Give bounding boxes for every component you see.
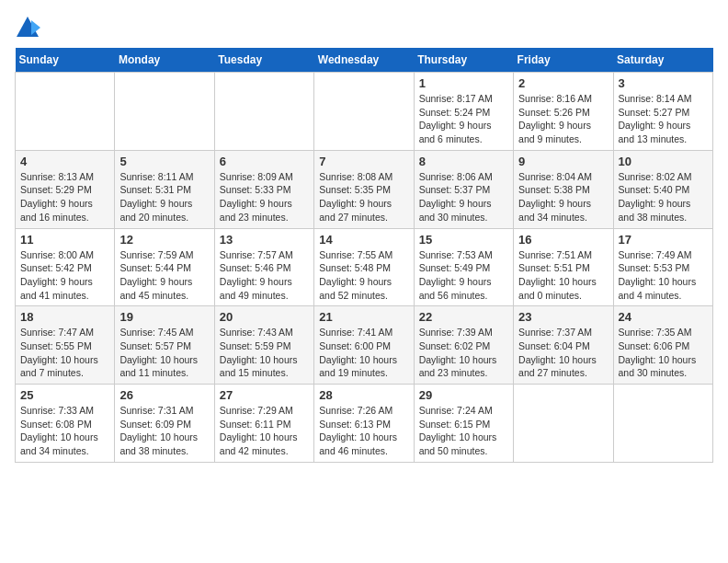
day-number: 9 xyxy=(518,155,608,168)
day-number: 17 xyxy=(619,233,708,247)
day-number: 10 xyxy=(619,155,708,168)
calendar-cell: 15Sunrise: 7:53 AM Sunset: 5:49 PM Dayli… xyxy=(414,228,513,306)
day-number: 18 xyxy=(20,310,109,324)
logo-icon xyxy=(15,15,40,40)
calendar-cell: 4Sunrise: 8:13 AM Sunset: 5:29 PM Daylig… xyxy=(16,150,115,228)
day-number: 15 xyxy=(419,233,508,247)
day-number: 22 xyxy=(419,310,508,324)
calendar-cell: 17Sunrise: 7:49 AM Sunset: 5:53 PM Dayli… xyxy=(613,228,712,306)
calendar-cell xyxy=(613,385,712,463)
day-info: Sunrise: 7:31 AM Sunset: 6:09 PM Dayligh… xyxy=(119,404,209,458)
calendar-week-1: 4Sunrise: 8:13 AM Sunset: 5:29 PM Daylig… xyxy=(16,150,713,228)
day-number: 5 xyxy=(119,155,209,168)
day-number: 1 xyxy=(419,76,508,90)
day-number: 7 xyxy=(319,155,408,168)
day-info: Sunrise: 8:14 AM Sunset: 5:27 PM Dayligh… xyxy=(619,92,708,146)
calendar-cell: 25Sunrise: 7:33 AM Sunset: 6:08 PM Dayli… xyxy=(16,385,115,463)
calendar-cell: 26Sunrise: 7:31 AM Sunset: 6:09 PM Dayli… xyxy=(115,385,214,463)
calendar-cell: 28Sunrise: 7:26 AM Sunset: 6:13 PM Dayli… xyxy=(314,385,414,463)
calendar-cell: 6Sunrise: 8:09 AM Sunset: 5:33 PM Daylig… xyxy=(214,150,313,228)
calendar-cell: 12Sunrise: 7:59 AM Sunset: 5:44 PM Dayli… xyxy=(115,228,214,306)
day-info: Sunrise: 7:45 AM Sunset: 5:57 PM Dayligh… xyxy=(119,326,209,380)
day-header-sunday: Sunday xyxy=(16,48,115,73)
day-number: 28 xyxy=(319,388,408,402)
day-info: Sunrise: 7:24 AM Sunset: 6:15 PM Dayligh… xyxy=(419,404,508,458)
day-header-tuesday: Tuesday xyxy=(214,48,313,73)
calendar-cell: 1Sunrise: 8:17 AM Sunset: 5:24 PM Daylig… xyxy=(414,73,513,151)
day-info: Sunrise: 8:02 AM Sunset: 5:40 PM Dayligh… xyxy=(619,170,708,224)
day-number: 3 xyxy=(619,76,708,90)
calendar-cell: 29Sunrise: 7:24 AM Sunset: 6:15 PM Dayli… xyxy=(414,385,513,463)
calendar-cell xyxy=(514,385,613,463)
day-info: Sunrise: 7:55 AM Sunset: 5:48 PM Dayligh… xyxy=(319,248,408,303)
day-info: Sunrise: 7:33 AM Sunset: 6:08 PM Dayligh… xyxy=(20,404,109,458)
calendar-week-3: 18Sunrise: 7:47 AM Sunset: 5:55 PM Dayli… xyxy=(16,306,713,385)
calendar-cell xyxy=(115,73,214,151)
calendar-cell: 9Sunrise: 8:04 AM Sunset: 5:38 PM Daylig… xyxy=(514,150,613,228)
day-number: 13 xyxy=(220,233,309,247)
calendar-cell: 27Sunrise: 7:29 AM Sunset: 6:11 PM Dayli… xyxy=(214,385,313,463)
day-header-saturday: Saturday xyxy=(613,48,712,73)
day-info: Sunrise: 7:43 AM Sunset: 5:59 PM Dayligh… xyxy=(220,326,309,380)
day-info: Sunrise: 7:26 AM Sunset: 6:13 PM Dayligh… xyxy=(319,404,408,458)
day-info: Sunrise: 8:00 AM Sunset: 5:42 PM Dayligh… xyxy=(20,248,109,303)
day-info: Sunrise: 7:51 AM Sunset: 5:51 PM Dayligh… xyxy=(518,248,608,303)
day-number: 24 xyxy=(619,310,708,324)
day-info: Sunrise: 7:47 AM Sunset: 5:55 PM Dayligh… xyxy=(20,326,109,380)
day-info: Sunrise: 8:08 AM Sunset: 5:35 PM Dayligh… xyxy=(319,170,408,224)
header-row: SundayMondayTuesdayWednesdayThursdayFrid… xyxy=(16,48,713,73)
day-number: 4 xyxy=(20,155,109,168)
calendar-table: SundayMondayTuesdayWednesdayThursdayFrid… xyxy=(15,48,713,463)
day-info: Sunrise: 7:53 AM Sunset: 5:49 PM Dayligh… xyxy=(419,248,508,303)
day-info: Sunrise: 7:41 AM Sunset: 6:00 PM Dayligh… xyxy=(319,326,408,380)
calendar-cell: 18Sunrise: 7:47 AM Sunset: 5:55 PM Dayli… xyxy=(16,306,115,385)
calendar-cell xyxy=(214,73,313,151)
day-info: Sunrise: 7:59 AM Sunset: 5:44 PM Dayligh… xyxy=(119,248,209,303)
day-number: 26 xyxy=(119,388,209,402)
day-info: Sunrise: 8:04 AM Sunset: 5:38 PM Dayligh… xyxy=(518,170,608,224)
calendar-cell: 24Sunrise: 7:35 AM Sunset: 6:06 PM Dayli… xyxy=(613,306,712,385)
day-header-thursday: Thursday xyxy=(414,48,513,73)
calendar-week-2: 11Sunrise: 8:00 AM Sunset: 5:42 PM Dayli… xyxy=(16,228,713,306)
day-info: Sunrise: 7:49 AM Sunset: 5:53 PM Dayligh… xyxy=(619,248,708,303)
day-info: Sunrise: 7:37 AM Sunset: 6:04 PM Dayligh… xyxy=(518,326,608,380)
day-number: 6 xyxy=(220,155,309,168)
day-number: 27 xyxy=(220,388,309,402)
day-number: 11 xyxy=(20,233,109,247)
calendar-cell: 21Sunrise: 7:41 AM Sunset: 6:00 PM Dayli… xyxy=(314,306,414,385)
day-number: 29 xyxy=(419,388,508,402)
day-info: Sunrise: 7:39 AM Sunset: 6:02 PM Dayligh… xyxy=(419,326,508,380)
day-info: Sunrise: 7:35 AM Sunset: 6:06 PM Dayligh… xyxy=(619,326,708,380)
calendar-cell: 2Sunrise: 8:16 AM Sunset: 5:26 PM Daylig… xyxy=(514,73,613,151)
calendar-cell xyxy=(314,73,414,151)
calendar-cell xyxy=(16,73,115,151)
calendar-cell: 10Sunrise: 8:02 AM Sunset: 5:40 PM Dayli… xyxy=(613,150,712,228)
day-info: Sunrise: 8:13 AM Sunset: 5:29 PM Dayligh… xyxy=(20,170,109,224)
day-info: Sunrise: 7:29 AM Sunset: 6:11 PM Dayligh… xyxy=(220,404,309,458)
calendar-cell: 20Sunrise: 7:43 AM Sunset: 5:59 PM Dayli… xyxy=(214,306,313,385)
day-number: 21 xyxy=(319,310,408,324)
calendar-cell: 22Sunrise: 7:39 AM Sunset: 6:02 PM Dayli… xyxy=(414,306,513,385)
day-info: Sunrise: 8:09 AM Sunset: 5:33 PM Dayligh… xyxy=(220,170,309,224)
calendar-cell: 14Sunrise: 7:55 AM Sunset: 5:48 PM Dayli… xyxy=(314,228,414,306)
day-info: Sunrise: 8:06 AM Sunset: 5:37 PM Dayligh… xyxy=(419,170,508,224)
day-header-monday: Monday xyxy=(115,48,214,73)
day-info: Sunrise: 8:11 AM Sunset: 5:31 PM Dayligh… xyxy=(119,170,209,224)
day-number: 2 xyxy=(518,76,608,90)
day-number: 8 xyxy=(419,155,508,168)
day-info: Sunrise: 8:16 AM Sunset: 5:26 PM Dayligh… xyxy=(518,92,608,146)
calendar-cell: 7Sunrise: 8:08 AM Sunset: 5:35 PM Daylig… xyxy=(314,150,414,228)
day-header-wednesday: Wednesday xyxy=(314,48,414,73)
day-header-friday: Friday xyxy=(514,48,613,73)
day-number: 19 xyxy=(119,310,209,324)
calendar-week-4: 25Sunrise: 7:33 AM Sunset: 6:08 PM Dayli… xyxy=(16,385,713,463)
day-number: 16 xyxy=(518,233,608,247)
day-number: 12 xyxy=(119,233,209,247)
calendar-week-0: 1Sunrise: 8:17 AM Sunset: 5:24 PM Daylig… xyxy=(16,73,713,151)
day-number: 25 xyxy=(20,388,109,402)
day-number: 23 xyxy=(518,310,608,324)
day-info: Sunrise: 7:57 AM Sunset: 5:46 PM Dayligh… xyxy=(220,248,309,303)
calendar-cell: 16Sunrise: 7:51 AM Sunset: 5:51 PM Dayli… xyxy=(514,228,613,306)
header xyxy=(15,15,713,40)
day-number: 20 xyxy=(220,310,309,324)
